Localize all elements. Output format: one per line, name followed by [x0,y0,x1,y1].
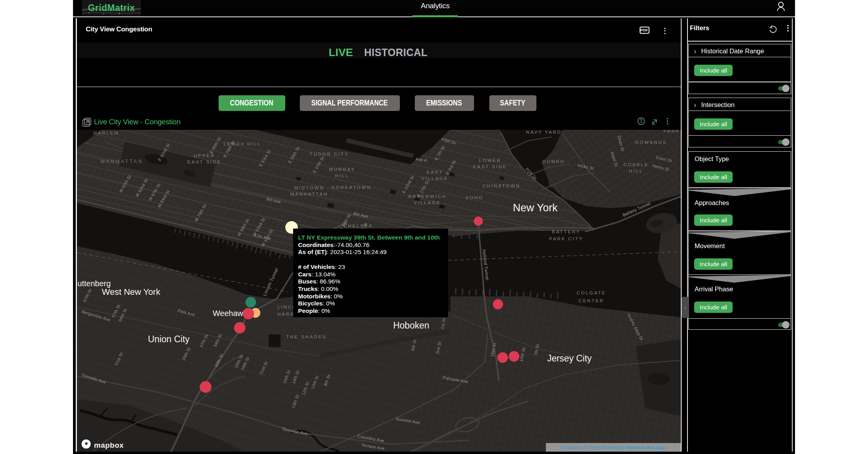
svg-text:GREENWICH: GREENWICH [408,194,447,199]
svg-text:COLGATE: COLGATE [576,291,606,295]
svg-text:BATTERY: BATTERY [552,229,580,234]
svg-text:LOWER: LOWER [479,158,501,163]
svg-text:SOHO: SOHO [465,195,483,200]
svg-text:HARLEM: HARLEM [93,131,119,135]
svg-text:HILL: HILL [335,173,349,178]
svg-text:Hoboken: Hoboken [393,320,429,331]
svg-text:MANHATTAN: MANHATTAN [290,192,328,196]
svg-text:TUDOR CITY: TUDOR CITY [309,152,348,156]
svg-text:PARK CITY: PARK CITY [549,236,583,241]
svg-text:New York: New York [512,202,558,214]
svg-text:Guttenberg: Guttenberg [77,279,111,288]
svg-text:MURRAY: MURRAY [329,167,355,172]
svg-text:MIDTOWN: MIDTOWN [294,185,324,190]
svg-text:EAST: EAST [426,170,443,174]
svg-text:HILL: HILL [629,169,643,173]
svg-text:CHINATOWN: CHINATOWN [482,183,520,188]
svg-text:EAST SIDE: EAST SIDE [187,160,221,164]
svg-text:West New York: West New York [102,287,160,297]
svg-text:DUMBO: DUMBO [542,159,565,164]
svg-text:PARK: PARK [663,130,680,133]
svg-text:KOREATOWN: KOREATOWN [332,185,371,190]
svg-text:MANHATTAN: MANHATTAN [100,159,143,164]
svg-text:VILLAGE: VILLAGE [414,200,441,205]
svg-text:Union City: Union City [148,334,190,344]
svg-text:GOWANUS: GOWANUS [635,140,667,145]
svg-text:THE SHADES: THE SHADES [286,334,327,339]
svg-text:COBBLE: COBBLE [623,162,649,167]
svg-text:NAVY YARD: NAVY YARD [526,130,562,134]
svg-text:CENTER: CENTER [578,298,604,303]
svg-text:CHELSEA: CHELSEA [343,223,373,228]
svg-text:Jersey City: Jersey City [547,353,592,363]
svg-text:EAST SIDE: EAST SIDE [473,164,507,169]
